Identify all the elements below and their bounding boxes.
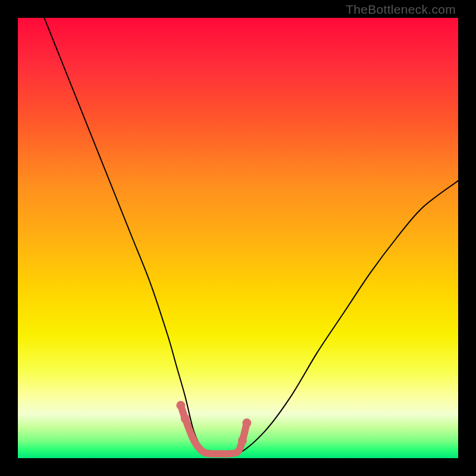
watermark-text: TheBottleneck.com [346,2,456,17]
curve-svg [18,18,458,458]
highlight-dot [238,436,247,445]
plot-area [18,18,458,458]
bottleneck-curve [44,18,458,455]
highlight-dot [181,414,190,423]
chart-frame: TheBottleneck.com [0,0,476,476]
highlight-dot [242,418,251,427]
highlight-dot [176,401,185,410]
highlight-segment [181,405,247,454]
